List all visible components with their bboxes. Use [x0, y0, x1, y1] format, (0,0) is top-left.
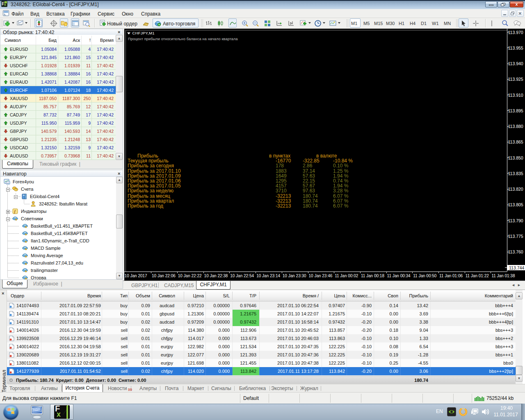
svg-text:vx: vx — [7, 182, 9, 184]
